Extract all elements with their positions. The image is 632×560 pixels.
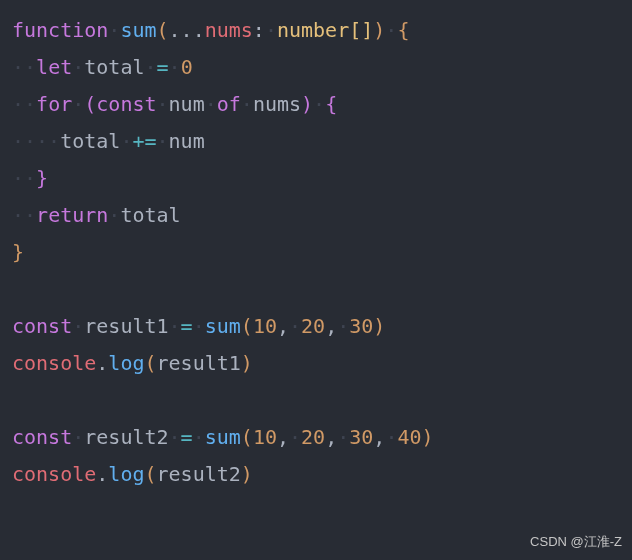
- code-line-12: const·result2·=·sum(10,·20,·30,·40): [12, 419, 632, 456]
- console-obj: console: [12, 351, 96, 375]
- code-line-13: console.log(result2): [12, 456, 632, 493]
- function-name: sum: [120, 18, 156, 42]
- keyword-function: function: [12, 18, 108, 42]
- number-literal: 10: [253, 425, 277, 449]
- code-line-6: ··return·total: [12, 197, 632, 234]
- number-literal: 30: [349, 314, 373, 338]
- keyword-const: const: [12, 425, 72, 449]
- code-line-5: ··}: [12, 160, 632, 197]
- watermark-text: CSDN @江淮-Z: [530, 530, 622, 554]
- function-call: sum: [205, 425, 241, 449]
- code-line-11: [12, 382, 632, 419]
- var-result1: result1: [84, 314, 168, 338]
- code-line-9: const·result1·=·sum(10,·20,·30): [12, 308, 632, 345]
- keyword-for: for: [36, 92, 72, 116]
- keyword-of: of: [217, 92, 241, 116]
- code-line-3: ··for·(const·num·of·nums)·{: [12, 86, 632, 123]
- var-result2: result2: [84, 425, 168, 449]
- number-literal: 20: [301, 425, 325, 449]
- code-line-8: [12, 271, 632, 308]
- type-annotation: number: [277, 18, 349, 42]
- code-block: function·sum(...nums:·number[])·{ ··let·…: [12, 12, 632, 493]
- console-obj: console: [12, 462, 96, 486]
- code-line-7: }: [12, 234, 632, 271]
- method-log: log: [108, 351, 144, 375]
- number-literal: 30: [349, 425, 373, 449]
- number-literal: 10: [253, 314, 277, 338]
- code-line-4: ····total·+=·num: [12, 123, 632, 160]
- keyword-return: return: [36, 203, 108, 227]
- function-call: sum: [205, 314, 241, 338]
- code-line-10: console.log(result1): [12, 345, 632, 382]
- keyword-let: let: [36, 55, 72, 79]
- code-line-1: function·sum(...nums:·number[])·{: [12, 12, 632, 49]
- param-nums: nums: [205, 18, 253, 42]
- var-total: total: [84, 55, 144, 79]
- keyword-const: const: [96, 92, 156, 116]
- spread-operator: ...: [169, 18, 205, 42]
- code-line-2: ··let·total·=·0: [12, 49, 632, 86]
- number-literal: 20: [301, 314, 325, 338]
- keyword-const: const: [12, 314, 72, 338]
- number-literal: 0: [181, 55, 193, 79]
- operator: +=: [132, 129, 156, 153]
- var-num: num: [169, 92, 205, 116]
- method-log: log: [108, 462, 144, 486]
- number-literal: 40: [397, 425, 421, 449]
